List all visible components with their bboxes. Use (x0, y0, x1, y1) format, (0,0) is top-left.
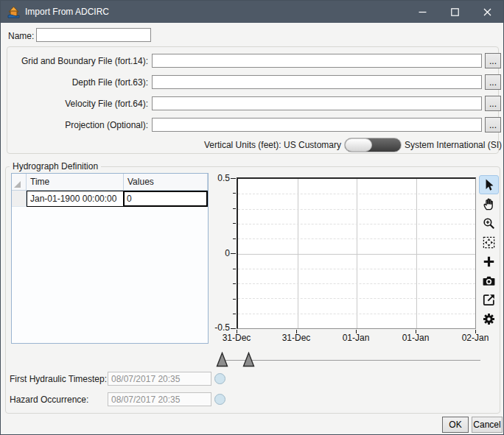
pointer-tool-button[interactable] (479, 175, 499, 194)
depth-file-input[interactable] (152, 75, 482, 89)
velocity-file-label: Velocity File (fort.64): (4, 99, 148, 109)
maximize-button[interactable] (438, 1, 471, 23)
close-button[interactable] (471, 1, 503, 23)
name-label: Name: (8, 31, 34, 41)
row-header[interactable] (12, 191, 27, 207)
camera-icon (482, 274, 496, 288)
x-tick-label: 31-Dec (213, 333, 260, 343)
titlebar: Import From ADCIRC (1, 1, 503, 23)
window-title: Import From ADCIRC (25, 7, 109, 17)
hazard-occurrence-input (108, 392, 211, 406)
pan-tool-button[interactable] (479, 194, 499, 213)
zoom-tool-button[interactable] (479, 213, 499, 233)
y-tick-label-bottom: -0.5 (209, 322, 230, 333)
horizontal-minor-gridline (238, 209, 475, 210)
column-header-time[interactable]: Time (27, 174, 124, 191)
grid-boundary-file-input[interactable] (152, 54, 482, 68)
first-hydraulic-timestep-indicator (214, 373, 225, 384)
snapshot-tool-button[interactable] (479, 271, 499, 290)
table-header-row: Time Values (12, 174, 208, 191)
minimize-button[interactable] (406, 1, 438, 23)
cancel-button[interactable]: Cancel (472, 417, 503, 433)
horizontal-minor-gridline (238, 314, 475, 314)
column-header-values[interactable]: Values (124, 174, 208, 191)
x-tick-label: 01-Jan (332, 333, 379, 343)
slider-handle-end[interactable] (242, 352, 255, 367)
vertical-units-label: Vertical Units (feet): US Customary (1, 140, 341, 150)
hand-icon (482, 197, 496, 211)
y-minor-tick (233, 314, 236, 314)
grid-boundary-file-browse-button[interactable]: ... (485, 53, 501, 68)
plus-icon (482, 255, 496, 269)
hazard-occurrence-label: Hazard Occurrence: (10, 395, 88, 405)
grid-boundary-file-label: Grid and Boundary File (fort.14): (4, 56, 148, 66)
horizontal-minor-gridline (238, 269, 475, 269)
import-from-adcirc-dialog: Import From ADCIRC Name: Grid and Bounda… (0, 0, 504, 435)
projection-input[interactable] (152, 118, 482, 132)
first-hydraulic-timestep-input (108, 372, 211, 386)
y-major-tick (231, 328, 236, 329)
horizontal-minor-gridline (238, 283, 475, 284)
y-minor-tick (233, 299, 236, 300)
zoom-in-icon (482, 216, 496, 230)
depth-file-browse-button[interactable]: ... (485, 74, 501, 90)
projection-label: Projection (Optional): (4, 120, 148, 130)
velocity-file-browse-button[interactable]: ... (485, 96, 501, 111)
export-icon (482, 293, 496, 307)
app-icon (7, 6, 20, 18)
horizontal-minor-gridline (238, 224, 475, 224)
values-cell[interactable]: 0 (124, 191, 208, 207)
pointer-icon (482, 178, 496, 192)
y-minor-tick (233, 269, 236, 269)
x-tick-label: 31-Dec (273, 333, 320, 343)
hazard-occurrence-indicator (214, 394, 225, 405)
depth-file-label: Depth File (fort.63): (4, 77, 148, 88)
first-hydraulic-timestep-label: First Hydraulic Timestep: (10, 374, 107, 384)
horizontal-minor-gridline (238, 194, 475, 194)
minimize-icon (419, 8, 427, 16)
corner-triangle-icon (14, 181, 21, 188)
settings-tool-button[interactable] (479, 309, 499, 328)
y-tick-label-top: 0.5 (209, 173, 230, 183)
zoom-extents-icon (482, 236, 496, 250)
horizontal-minor-gridline (238, 238, 475, 239)
window-controls (406, 1, 503, 23)
time-range-slider-track[interactable] (219, 360, 480, 361)
gear-icon (482, 312, 496, 326)
y-tick-label-mid: 0 (209, 248, 230, 258)
add-point-tool-button[interactable] (479, 252, 499, 271)
velocity-file-input[interactable] (152, 96, 482, 110)
ok-button[interactable]: OK (442, 417, 469, 433)
y-minor-tick (233, 223, 236, 224)
export-tool-button[interactable] (479, 290, 499, 309)
slider-handle-start[interactable] (216, 352, 228, 367)
y-minor-tick (233, 283, 236, 284)
units-toggle-handle[interactable] (345, 138, 372, 152)
time-cell[interactable]: Jan-01-1900 00:00:00 (27, 191, 124, 207)
zoom-extents-tool-button[interactable] (479, 233, 499, 252)
y-major-tick (231, 178, 236, 179)
hydrograph-group-title: Hydrograph Definition (10, 161, 101, 171)
close-icon (483, 8, 491, 16)
x-tick-label: 01-Jan (392, 333, 439, 343)
y-minor-tick (233, 238, 236, 239)
y-minor-tick (233, 208, 236, 209)
units-toggle[interactable] (344, 138, 402, 152)
table-row: Jan-01-1900 00:00:00 0 (12, 191, 208, 207)
y-minor-tick (233, 193, 236, 194)
si-units-label: System International (SI) (405, 140, 502, 150)
horizontal-minor-gridline (238, 298, 475, 299)
projection-browse-button[interactable]: ... (485, 117, 501, 132)
hydrograph-plot-area[interactable] (237, 177, 476, 329)
horizontal-gridline-zero (238, 254, 475, 255)
table-select-all-corner[interactable] (12, 174, 27, 191)
maximize-icon (451, 8, 459, 16)
x-tick-label: 02-Jan (452, 333, 499, 343)
y-major-tick (231, 253, 236, 254)
hydrograph-table: Time Values Jan-01-1900 00:00:00 0 (11, 173, 209, 344)
name-input[interactable] (36, 28, 151, 42)
